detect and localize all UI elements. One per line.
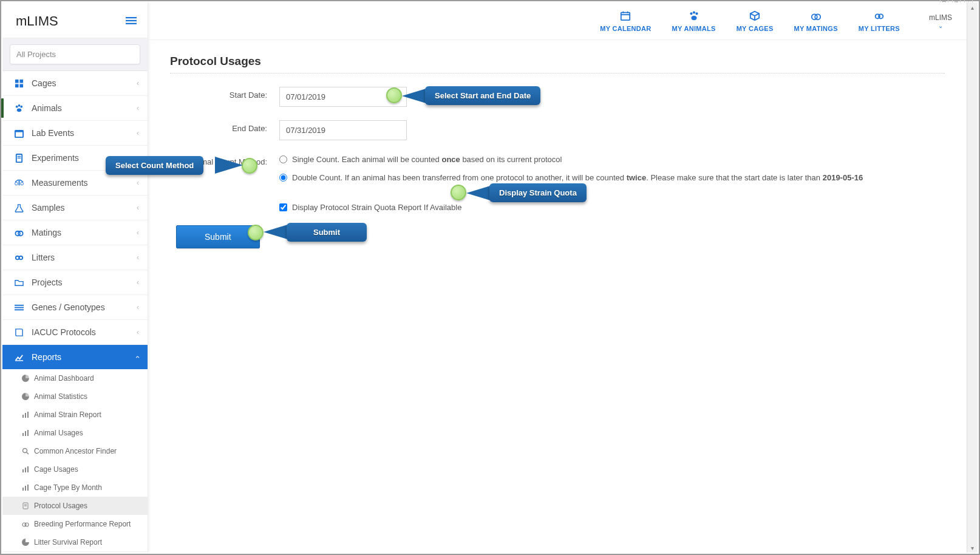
subnav-animal-strain[interactable]: Animal Strain Report (2, 406, 148, 424)
bars-icon (22, 484, 30, 491)
subnav-animal-dashboard[interactable]: Animal Dashboard (2, 369, 148, 387)
page-body: Protocol Usages Start Date: End Date: An… (148, 40, 967, 263)
svg-rect-2 (126, 22, 137, 24)
scrollbar[interactable]: ▴ ▾ (967, 2, 978, 553)
scroll-up-icon[interactable]: ▴ (967, 2, 978, 12)
chevron-left-icon: ‹ (137, 278, 139, 287)
sidebar-item-lab-events[interactable]: Lab Events‹ (2, 121, 148, 145)
grid-icon (13, 79, 24, 88)
double-count-radio[interactable] (279, 174, 287, 182)
folder-icon (13, 278, 24, 287)
paw-icon (689, 10, 699, 22)
display-quota-checkbox[interactable] (279, 203, 287, 211)
annotation-quota: Display Strain Quota (489, 183, 587, 202)
svg-rect-26 (15, 360, 22, 361)
annotation-dot (451, 185, 466, 200)
sidebar-item-litters[interactable]: Litters‹ (2, 245, 148, 270)
subnav-label: Animal Dashboard (34, 374, 94, 383)
svg-rect-37 (27, 466, 29, 472)
topnav-my-litters[interactable]: MY LITTERS (855, 10, 903, 32)
svg-point-51 (693, 11, 695, 13)
sidebar-item-samples[interactable]: Samples‹ (2, 196, 148, 220)
svg-point-7 (15, 105, 18, 107)
topbar: MY CALENDAR MY ANIMALS MY CAGES MY MATIN… (148, 2, 967, 40)
svg-rect-6 (19, 84, 23, 87)
sidebar-item-genes[interactable]: Genes / Genotypes‹ (2, 295, 148, 319)
subnav-breeding-performance[interactable]: Breeding Performance Report (2, 515, 148, 533)
sidebar-item-matings[interactable]: Matings‹ (2, 220, 148, 245)
topnav-my-matings[interactable]: MY MATINGS (791, 10, 842, 32)
svg-point-22 (19, 256, 22, 259)
chevron-left-icon: ‹ (137, 104, 139, 112)
list-icon (13, 303, 24, 312)
subnav-cage-usages[interactable]: Cage Usages (2, 460, 148, 478)
subnav-animal-usages[interactable]: Animal Usages (2, 424, 148, 442)
sidebar-item-animals[interactable]: Animals‹ (2, 96, 148, 120)
end-date-input[interactable] (279, 120, 407, 140)
topnav-label: MY LITTERS (859, 25, 900, 32)
subnav-label: Cage Usages (34, 465, 78, 474)
sidebar-item-label: Animals (32, 103, 62, 113)
topnav-my-cages[interactable]: MY CAGES (733, 10, 777, 32)
submit-button[interactable]: Submit (176, 225, 260, 248)
scroll-down-icon[interactable]: ▾ (967, 543, 978, 553)
svg-rect-4 (19, 79, 23, 83)
svg-rect-24 (15, 307, 24, 308)
svg-point-45 (25, 523, 29, 526)
project-selector[interactable]: All Projects (10, 44, 140, 64)
sidebar-item-label: Litters (32, 253, 55, 262)
subnav-label: Litter Survival Report (34, 538, 102, 546)
topnav-my-animals[interactable]: MY ANIMALS (669, 10, 720, 32)
topnav-my-calendar[interactable]: MY CALENDAR (596, 10, 655, 32)
subnav-protocol-usages[interactable]: Protocol Usages (2, 497, 148, 515)
subnav-animal-statistics[interactable]: Animal Statistics (2, 387, 148, 406)
sidebar-item-projects[interactable]: Projects‹ (2, 270, 148, 295)
svg-rect-27 (22, 415, 24, 418)
page-title: Protocol Usages (170, 55, 945, 73)
group-icon (874, 10, 885, 22)
subnav-label: Breeding Performance Report (34, 520, 131, 528)
chevron-left-icon: ‹ (137, 203, 139, 212)
subnav-common-ancestor[interactable]: Common Ancestor Finder (2, 442, 148, 460)
svg-rect-12 (15, 130, 22, 132)
sidebar-item-reports[interactable]: Reports› (2, 345, 148, 369)
svg-rect-32 (27, 430, 29, 436)
svg-rect-46 (621, 12, 630, 20)
annotation-dot (242, 158, 257, 174)
svg-rect-25 (15, 309, 24, 310)
svg-point-53 (691, 16, 696, 20)
brand-logo: mLIMS (16, 13, 58, 29)
chevron-left-icon: ‹ (137, 328, 139, 336)
subnav-cage-type-month[interactable]: Cage Type By Month (2, 478, 148, 497)
svg-rect-28 (25, 413, 26, 418)
sidebar: mLIMS All Projects Cages‹ Animals‹ Lab E… (2, 2, 148, 553)
svg-point-8 (18, 104, 20, 106)
bars-icon (22, 429, 30, 437)
paw-icon (13, 104, 24, 113)
svg-rect-31 (25, 431, 26, 436)
subnav-label: Animal Strain Report (34, 410, 101, 419)
sidebar-item-label: Experiments (32, 153, 79, 163)
pie-icon (22, 375, 30, 382)
svg-rect-29 (27, 412, 29, 418)
menu-toggle-icon[interactable] (126, 15, 137, 28)
calendar-icon (13, 129, 24, 138)
annotation-connector (215, 157, 243, 174)
reports-subnav: Animal Dashboard Animal Statistics Anima… (2, 369, 148, 551)
book-icon (13, 328, 24, 337)
clipboard-icon (13, 154, 24, 163)
main-panel: MY CALENDAR MY ANIMALS MY CAGES MY MATIN… (148, 2, 967, 553)
svg-point-18 (20, 182, 23, 185)
sidebar-item-iacuc[interactable]: IACUC Protocols‹ (2, 320, 148, 344)
svg-rect-40 (27, 485, 29, 491)
svg-rect-23 (15, 304, 24, 305)
subnav-label: Animal Statistics (34, 392, 87, 401)
subnav-litter-survival[interactable]: Litter Survival Report (2, 533, 148, 551)
display-quota-label: Display Protocol Strain Quota Report If … (292, 203, 461, 212)
single-count-radio[interactable] (279, 155, 287, 163)
sidebar-item-label: Projects (32, 278, 63, 287)
svg-point-17 (15, 182, 18, 185)
sidebar-item-cages[interactable]: Cages‹ (2, 71, 148, 95)
user-menu[interactable]: mLIMS⌄ (929, 13, 952, 29)
subnav-label: Common Ancestor Finder (34, 447, 117, 455)
